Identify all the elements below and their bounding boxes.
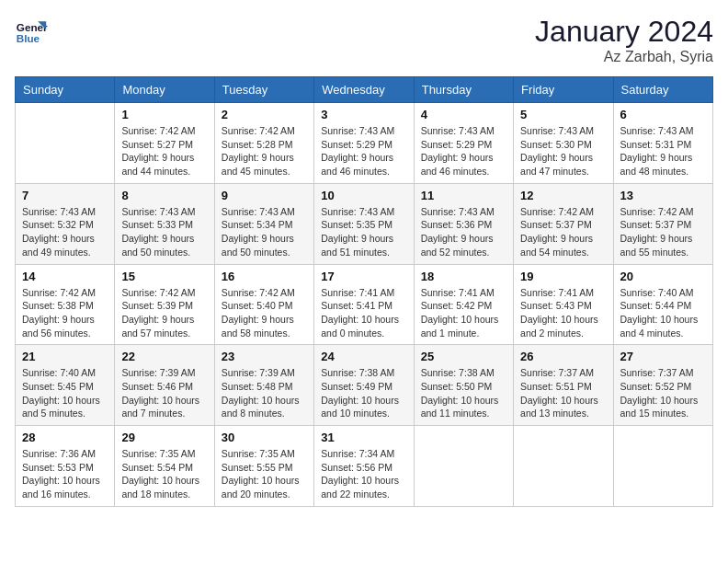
day-cell: 7Sunrise: 7:43 AM Sunset: 5:32 PM Daylig… — [16, 183, 115, 264]
day-info: Sunrise: 7:41 AM Sunset: 5:42 PM Dayligh… — [421, 286, 506, 340]
day-info: Sunrise: 7:39 AM Sunset: 5:48 PM Dayligh… — [222, 366, 307, 420]
day-info: Sunrise: 7:35 AM Sunset: 5:54 PM Dayligh… — [121, 447, 207, 501]
day-cell — [414, 426, 513, 507]
day-cell: 13Sunrise: 7:42 AM Sunset: 5:37 PM Dayli… — [613, 183, 712, 264]
calendar-header-row: SundayMondayTuesdayWednesdayThursdayFrid… — [16, 77, 713, 103]
week-row-3: 14Sunrise: 7:42 AM Sunset: 5:38 PM Dayli… — [16, 264, 713, 345]
day-cell: 22Sunrise: 7:39 AM Sunset: 5:46 PM Dayli… — [115, 345, 214, 426]
day-number: 14 — [22, 270, 108, 283]
month-title: January 2024 — [535, 15, 713, 49]
day-info: Sunrise: 7:42 AM Sunset: 5:39 PM Dayligh… — [121, 286, 207, 340]
day-info: Sunrise: 7:43 AM Sunset: 5:30 PM Dayligh… — [520, 124, 606, 178]
day-info: Sunrise: 7:43 AM Sunset: 5:36 PM Dayligh… — [421, 205, 506, 259]
day-number: 5 — [520, 108, 606, 121]
week-row-4: 21Sunrise: 7:40 AM Sunset: 5:45 PM Dayli… — [16, 345, 713, 426]
day-cell: 18Sunrise: 7:41 AM Sunset: 5:42 PM Dayli… — [414, 264, 513, 345]
day-cell — [613, 426, 712, 507]
day-info: Sunrise: 7:41 AM Sunset: 5:41 PM Dayligh… — [321, 286, 406, 340]
day-number: 30 — [222, 431, 307, 444]
day-header-monday: Monday — [115, 77, 214, 103]
day-info: Sunrise: 7:43 AM Sunset: 5:29 PM Dayligh… — [421, 124, 506, 178]
day-number: 17 — [321, 270, 406, 283]
day-cell: 11Sunrise: 7:43 AM Sunset: 5:36 PM Dayli… — [414, 183, 513, 264]
page-header: General Blue January 2024 Az Zarbah, Syr… — [15, 15, 713, 65]
day-info: Sunrise: 7:43 AM Sunset: 5:34 PM Dayligh… — [222, 205, 307, 259]
day-number: 27 — [620, 350, 706, 363]
day-number: 26 — [520, 350, 606, 363]
day-number: 24 — [321, 350, 406, 363]
day-cell: 2Sunrise: 7:42 AM Sunset: 5:28 PM Daylig… — [214, 103, 313, 184]
day-cell: 28Sunrise: 7:36 AM Sunset: 5:53 PM Dayli… — [16, 426, 115, 507]
day-cell: 3Sunrise: 7:43 AM Sunset: 5:29 PM Daylig… — [314, 103, 414, 184]
day-info: Sunrise: 7:38 AM Sunset: 5:50 PM Dayligh… — [421, 366, 506, 420]
day-number: 2 — [222, 108, 307, 121]
logo: General Blue — [15, 15, 48, 48]
day-number: 13 — [620, 189, 706, 202]
title-block: January 2024 Az Zarbah, Syria — [535, 15, 713, 65]
day-number: 29 — [121, 431, 207, 444]
day-cell: 24Sunrise: 7:38 AM Sunset: 5:49 PM Dayli… — [314, 345, 414, 426]
day-info: Sunrise: 7:36 AM Sunset: 5:53 PM Dayligh… — [22, 447, 108, 501]
day-header-wednesday: Wednesday — [314, 77, 414, 103]
day-info: Sunrise: 7:42 AM Sunset: 5:28 PM Dayligh… — [222, 124, 307, 178]
day-info: Sunrise: 7:41 AM Sunset: 5:43 PM Dayligh… — [520, 286, 606, 340]
day-number: 3 — [321, 108, 406, 121]
day-info: Sunrise: 7:42 AM Sunset: 5:27 PM Dayligh… — [121, 124, 207, 178]
day-info: Sunrise: 7:43 AM Sunset: 5:29 PM Dayligh… — [321, 124, 406, 178]
day-cell: 19Sunrise: 7:41 AM Sunset: 5:43 PM Dayli… — [514, 264, 613, 345]
day-number: 20 — [620, 270, 706, 283]
day-cell — [514, 426, 613, 507]
day-info: Sunrise: 7:43 AM Sunset: 5:33 PM Dayligh… — [121, 205, 207, 259]
day-cell: 30Sunrise: 7:35 AM Sunset: 5:55 PM Dayli… — [214, 426, 313, 507]
day-cell: 16Sunrise: 7:42 AM Sunset: 5:40 PM Dayli… — [214, 264, 313, 345]
day-cell: 12Sunrise: 7:42 AM Sunset: 5:37 PM Dayli… — [514, 183, 613, 264]
day-info: Sunrise: 7:39 AM Sunset: 5:46 PM Dayligh… — [121, 366, 207, 420]
day-number: 10 — [321, 189, 406, 202]
day-number: 21 — [22, 350, 108, 363]
calendar-body: 1Sunrise: 7:42 AM Sunset: 5:27 PM Daylig… — [16, 103, 713, 507]
week-row-1: 1Sunrise: 7:42 AM Sunset: 5:27 PM Daylig… — [16, 103, 713, 184]
day-info: Sunrise: 7:43 AM Sunset: 5:31 PM Dayligh… — [620, 124, 706, 178]
day-number: 23 — [222, 350, 307, 363]
day-number: 4 — [421, 108, 506, 121]
day-info: Sunrise: 7:42 AM Sunset: 5:40 PM Dayligh… — [222, 286, 307, 340]
day-cell: 14Sunrise: 7:42 AM Sunset: 5:38 PM Dayli… — [16, 264, 115, 345]
day-cell: 10Sunrise: 7:43 AM Sunset: 5:35 PM Dayli… — [314, 183, 414, 264]
day-info: Sunrise: 7:35 AM Sunset: 5:55 PM Dayligh… — [222, 447, 307, 501]
day-cell: 27Sunrise: 7:37 AM Sunset: 5:52 PM Dayli… — [613, 345, 712, 426]
location: Az Zarbah, Syria — [535, 49, 713, 65]
day-number: 6 — [620, 108, 706, 121]
day-cell: 23Sunrise: 7:39 AM Sunset: 5:48 PM Dayli… — [214, 345, 313, 426]
day-cell — [16, 103, 115, 184]
day-cell: 20Sunrise: 7:40 AM Sunset: 5:44 PM Dayli… — [613, 264, 712, 345]
day-number: 25 — [421, 350, 506, 363]
day-number: 12 — [520, 189, 606, 202]
day-cell: 17Sunrise: 7:41 AM Sunset: 5:41 PM Dayli… — [314, 264, 414, 345]
day-cell: 15Sunrise: 7:42 AM Sunset: 5:39 PM Dayli… — [115, 264, 214, 345]
day-cell: 31Sunrise: 7:34 AM Sunset: 5:56 PM Dayli… — [314, 426, 414, 507]
day-header-friday: Friday — [514, 77, 613, 103]
week-row-5: 28Sunrise: 7:36 AM Sunset: 5:53 PM Dayli… — [16, 426, 713, 507]
week-row-2: 7Sunrise: 7:43 AM Sunset: 5:32 PM Daylig… — [16, 183, 713, 264]
day-cell: 29Sunrise: 7:35 AM Sunset: 5:54 PM Dayli… — [115, 426, 214, 507]
day-info: Sunrise: 7:37 AM Sunset: 5:51 PM Dayligh… — [520, 366, 606, 420]
svg-text:Blue: Blue — [17, 32, 40, 44]
day-header-sunday: Sunday — [16, 77, 115, 103]
day-header-thursday: Thursday — [414, 77, 513, 103]
day-info: Sunrise: 7:42 AM Sunset: 5:37 PM Dayligh… — [620, 205, 706, 259]
day-number: 11 — [421, 189, 506, 202]
day-number: 16 — [222, 270, 307, 283]
day-number: 19 — [520, 270, 606, 283]
day-cell: 9Sunrise: 7:43 AM Sunset: 5:34 PM Daylig… — [214, 183, 313, 264]
day-cell: 25Sunrise: 7:38 AM Sunset: 5:50 PM Dayli… — [414, 345, 513, 426]
day-info: Sunrise: 7:40 AM Sunset: 5:44 PM Dayligh… — [620, 286, 706, 340]
day-header-tuesday: Tuesday — [214, 77, 313, 103]
day-info: Sunrise: 7:43 AM Sunset: 5:32 PM Dayligh… — [22, 205, 108, 259]
day-number: 22 — [121, 350, 207, 363]
day-number: 31 — [321, 431, 406, 444]
day-info: Sunrise: 7:38 AM Sunset: 5:49 PM Dayligh… — [321, 366, 406, 420]
day-cell: 8Sunrise: 7:43 AM Sunset: 5:33 PM Daylig… — [115, 183, 214, 264]
day-cell: 1Sunrise: 7:42 AM Sunset: 5:27 PM Daylig… — [115, 103, 214, 184]
day-info: Sunrise: 7:34 AM Sunset: 5:56 PM Dayligh… — [321, 447, 406, 501]
day-number: 7 — [22, 189, 108, 202]
